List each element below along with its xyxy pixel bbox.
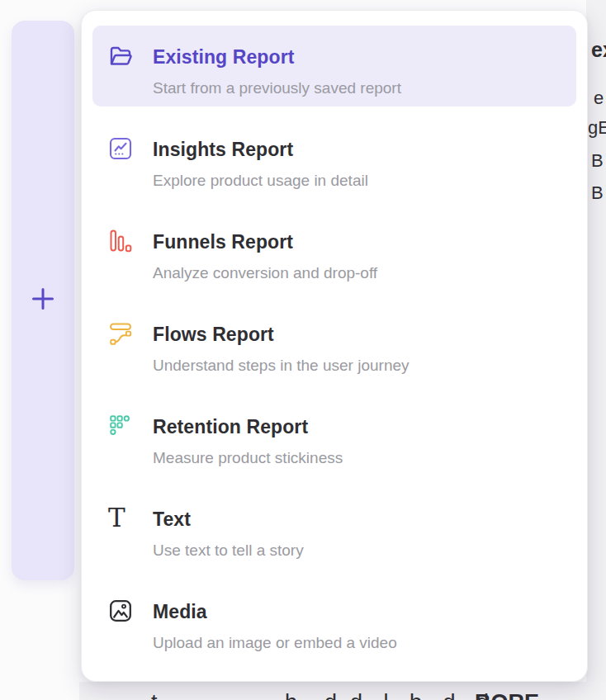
menu-item-subtitle: Understand steps in the user journey [153,355,410,376]
background-text-fragment: d [324,690,337,700]
background-text-fragment: e [594,88,604,109]
menu-item-media-block[interactable]: Media Upload an image or embed a video [92,580,576,661]
text-icon: T [108,506,133,531]
menu-item-title: Text [153,508,304,531]
menu-item-text: Funnels Report Analyze conversion and dr… [153,230,377,284]
menu-item-text: Existing Report Start from a previously … [153,45,401,99]
flow-icon [108,321,133,346]
background-text-fragment: gE [588,117,606,139]
background-text-fragment: B [591,150,604,172]
menu-item-text: Flows Report Understand steps in the use… [153,323,410,376]
menu-item-text: Text Use text to tell a story [153,508,304,561]
add-report-button[interactable] [12,21,74,580]
background-text-fragment: ex [591,38,606,62]
menu-item-subtitle: Analyze conversion and drop-off [153,262,377,284]
menu-item-subtitle: Use text to tell a story [153,540,304,561]
menu-item-title: Retention Report [153,415,343,438]
media-image-icon [108,598,133,623]
menu-item-text: Media Upload an image or embed a video [153,600,397,654]
menu-item-title: Media [153,600,397,623]
menu-item-title: Funnels Report [153,230,377,253]
line-chart-icon [108,136,133,161]
menu-item-text: Retention Report Measure product stickin… [153,415,343,469]
folder-open-icon [108,44,133,69]
menu-item-title: Insights Report [153,138,368,161]
menu-item-text-block[interactable]: T Text Use text to tell a story [92,488,576,569]
menu-item-title: Flows Report [153,323,410,346]
menu-item-insights-report[interactable]: Insights Report Explore product usage in… [92,118,576,199]
background-text-fragment: B [591,182,604,204]
menu-item-subtitle: Measure product stickiness [153,447,343,469]
plus-icon [30,286,56,315]
app-root: { "colors": { "accent_purple": "#5646c6"… [0,0,606,700]
funnel-bars-icon [108,229,133,253]
menu-item-subtitle: Explore product usage in detail [153,170,368,192]
menu-item-retention-report[interactable]: Retention Report Measure product stickin… [92,395,576,476]
background-text-fragment: BORE [475,690,539,700]
menu-item-title: Existing Report [153,45,401,69]
add-report-menu: Existing Report Start from a previously … [81,10,588,682]
retention-grid-icon [108,414,133,438]
menu-item-existing-report[interactable]: Existing Report Start from a previously … [92,26,576,106]
background-text-fragment: h [285,690,297,700]
menu-item-text: Insights Report Explore product usage in… [153,138,368,192]
menu-item-subtitle: Upload an image or embed a video [153,632,397,654]
menu-item-flows-report[interactable]: Flows Report Understand steps in the use… [92,303,576,384]
background-text-fragment: t [151,690,158,700]
menu-item-funnels-report[interactable]: Funnels Report Analyze conversion and dr… [92,210,576,291]
menu-item-subtitle: Start from a previously saved report [153,78,401,99]
